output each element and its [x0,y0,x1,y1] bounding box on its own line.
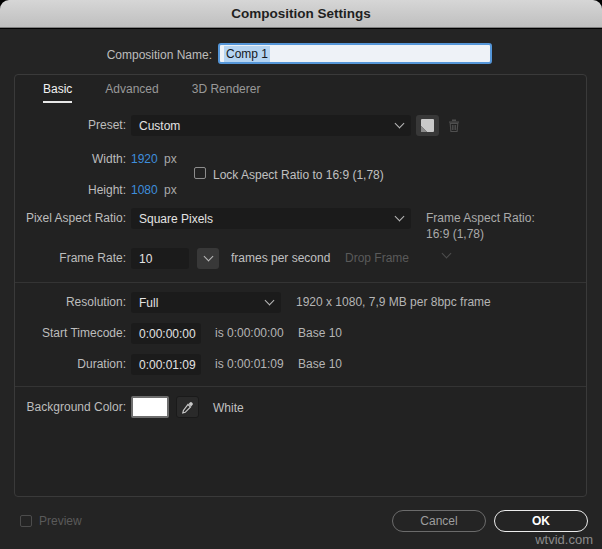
frame-aspect-value: 16:9 (1,78) [426,227,484,241]
dialog-titlebar[interactable]: Composition Settings [0,0,602,28]
height-row: Height: 1080 px [15,180,586,201]
chevron-down-icon [395,119,405,129]
frame-rate-row: Frame Rate: 10 frames per second Drop Fr… [15,248,586,269]
duration-is-text: is 0:00:01:09 [215,357,284,371]
start-timecode-label: Start Timecode: [42,326,126,340]
tab-3d-renderer[interactable]: 3D Renderer [192,82,261,103]
start-timecode-is-text: is 0:00:00:00 [215,326,284,340]
dialog-body: Composition Name: Comp 1 Basic Advanced … [0,29,602,549]
background-color-label: Background Color: [27,400,126,414]
frame-rate-unit: frames per second [231,251,330,265]
watermark: wtvid.com [535,532,593,547]
cancel-button-label: Cancel [420,514,457,528]
preset-dropdown[interactable]: Custom [131,115,411,136]
start-timecode-value: 0:00:00:00 [139,327,196,341]
background-color-name: White [213,401,244,415]
background-color-row: Background Color: White [15,396,586,418]
start-timecode-base-text: Base 10 [298,326,342,340]
ok-button-label: OK [532,514,550,528]
tab-basic[interactable]: Basic [43,82,72,103]
drop-frame-value: Drop Frame [345,251,409,265]
composition-settings-dialog: Composition Settings Composition Name: C… [0,0,602,549]
start-timecode-row: Start Timecode: 0:00:00:00 is 0:00:00:00… [15,323,586,344]
delete-preset-button[interactable] [442,115,465,136]
save-preset-button[interactable] [416,115,439,136]
settings-panel: Basic Advanced 3D Renderer Preset: Custo… [14,74,587,497]
chevron-down-icon [203,252,213,262]
tab-advanced[interactable]: Advanced [105,82,158,103]
chevron-down-icon [265,296,275,306]
frame-rate-input[interactable]: 10 [131,248,189,269]
chevron-down-icon [442,249,452,259]
duration-input[interactable]: 0:00:01:09 [131,354,201,375]
preset-value: Custom [139,119,180,133]
duration-label: Duration: [77,357,126,371]
dialog-title: Composition Settings [231,6,371,21]
eyedropper-button[interactable] [176,396,199,418]
tab-bar: Basic Advanced 3D Renderer [43,82,260,103]
duration-row: Duration: 0:00:01:09 is 0:00:01:09 Base … [15,354,586,375]
composition-name-value: Comp 1 [224,46,270,62]
section-divider [15,386,586,387]
section-divider [15,282,586,283]
height-value[interactable]: 1080 [131,183,158,197]
ok-button[interactable]: OK [494,510,588,532]
frame-rate-value: 10 [139,252,152,266]
background-color-swatch[interactable] [131,396,169,418]
pixel-aspect-label: Pixel Aspect Ratio: [26,211,126,225]
duration-base-text: Base 10 [298,357,342,371]
lock-aspect-checkbox[interactable] [194,167,206,179]
preset-label: Preset: [88,118,126,132]
trash-icon [448,119,460,132]
frame-rate-dropdown-button[interactable] [197,248,219,269]
width-value[interactable]: 1920 [131,152,158,166]
preview-checkbox[interactable] [20,515,32,527]
composition-name-input[interactable]: Comp 1 [218,43,492,64]
resolution-label: Resolution: [66,295,126,309]
duration-value: 0:00:01:09 [139,358,196,372]
height-label: Height: [88,183,126,197]
pixel-aspect-value: Square Pixels [139,212,213,226]
preview-label: Preview [39,514,82,528]
pixel-aspect-dropdown[interactable]: Square Pixels [131,208,411,229]
frame-aspect-label: Frame Aspect Ratio: [426,211,535,225]
resolution-row: Resolution: Full 1920 x 1080, 7,9 MB per… [15,292,586,313]
frame-rate-label: Frame Rate: [59,251,126,265]
resolution-value: Full [139,296,158,310]
width-label: Width: [92,152,126,166]
width-unit: px [164,152,177,166]
height-unit: px [164,183,177,197]
eyedropper-icon [181,401,194,414]
resolution-info: 1920 x 1080, 7,9 MB per 8bpc frame [296,295,491,309]
start-timecode-input[interactable]: 0:00:00:00 [131,323,201,344]
preset-row: Preset: Custom [15,115,586,136]
composition-name-label: Composition Name: [107,48,212,62]
pixel-aspect-row: Pixel Aspect Ratio: Square Pixels Frame … [15,208,586,229]
resolution-dropdown[interactable]: Full [131,292,281,313]
save-preset-icon [421,119,434,132]
cancel-button[interactable]: Cancel [392,510,486,532]
chevron-down-icon [395,212,405,222]
